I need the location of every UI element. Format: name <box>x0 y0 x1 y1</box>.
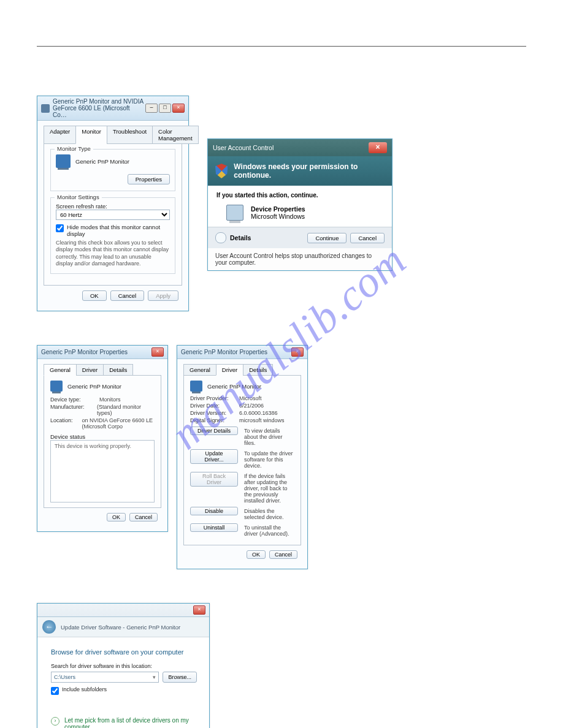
refresh-rate-select[interactable]: 60 Hertz <box>56 210 170 220</box>
title-bar[interactable]: Generic PnP Monitor and NVIDIA GeForce 6… <box>37 96 188 121</box>
manufacturer-value: (Standard monitor types) <box>97 404 155 416</box>
dialog-uac: User Account Control × Windows needs you… <box>207 138 393 271</box>
uac-title: User Account Control <box>213 144 369 151</box>
tab-adapter[interactable]: Adapter <box>44 126 76 144</box>
close-button[interactable]: × <box>151 347 164 357</box>
tab-details[interactable]: Details <box>103 364 133 376</box>
cancel-button[interactable]: Cancel <box>350 233 385 243</box>
version-key: Driver Version: <box>190 410 239 416</box>
uac-vendor: Microsoft Windows <box>251 213 305 220</box>
location-value: on NVIDIA GeForce 6600 LE (Microsoft Cor… <box>82 417 155 430</box>
continue-button[interactable]: Continue <box>307 233 347 243</box>
uac-started-text: If you started this action, continue. <box>216 192 383 199</box>
disable-desc: Disables the selected device. <box>244 507 294 520</box>
device-status-box[interactable]: This device is working properly. <box>50 440 155 502</box>
hide-modes-input[interactable] <box>56 224 64 232</box>
shield-icon <box>215 164 228 178</box>
update-driver-button[interactable]: Update Driver... <box>190 449 238 464</box>
uac-banner-text: Windows needs your permission to contion… <box>234 162 385 180</box>
date-value: 6/21/2006 <box>239 403 264 409</box>
manufacturer-key: Manufacturer: <box>50 404 97 416</box>
pick-link-text: Let me pick from a list of device driver… <box>64 717 197 728</box>
details-toggle[interactable]: Details <box>230 234 251 241</box>
tab-general[interactable]: General <box>183 364 216 376</box>
group-label-monitor-settings: Monitor Settings <box>55 194 102 200</box>
location-key: Location: <box>50 417 82 430</box>
rollback-driver-desc: If the device fails after updating the d… <box>244 472 294 504</box>
include-subfolders-input[interactable] <box>51 687 59 695</box>
rollback-driver-button[interactable]: Roll Back Driver <box>190 472 238 487</box>
ok-button[interactable]: OK <box>247 550 266 559</box>
signer-key: Digital Signer: <box>190 417 239 423</box>
arrow-right-icon: › <box>51 717 59 726</box>
device-status-label: Device status <box>50 433 155 440</box>
tab-driver[interactable]: Driver <box>76 364 104 376</box>
monitor-icon <box>56 154 71 168</box>
tab-driver[interactable]: Driver <box>216 364 243 376</box>
dialog-properties-general: Generic PnP Monitor Properties × General… <box>37 345 168 532</box>
computer-icon <box>226 205 243 221</box>
page-rule <box>37 46 526 47</box>
path-combobox[interactable]: C:\Users▾ <box>51 672 159 683</box>
version-value: 6.0.6000.16386 <box>239 410 278 416</box>
hide-modes-label: Hide modes that this monitor cannot disp… <box>67 224 170 237</box>
maximize-button[interactable]: □ <box>159 104 171 113</box>
wizard-heading: Browse for driver software on your compu… <box>51 648 197 656</box>
hide-modes-checkbox[interactable]: Hide modes that this monitor cannot disp… <box>56 224 170 237</box>
provider-value: Microsoft <box>239 395 262 401</box>
back-button[interactable]: ← <box>42 620 56 634</box>
ok-button[interactable]: OK <box>107 513 126 521</box>
update-driver-desc: To update the driver software for this d… <box>244 449 294 469</box>
close-button[interactable]: × <box>369 142 387 153</box>
tab-troubleshoot[interactable]: Troubleshoot <box>107 126 153 144</box>
uac-title-bar[interactable]: User Account Control × <box>208 139 392 156</box>
monitor-name: Generic PnP Monitor <box>67 383 121 390</box>
tab-general[interactable]: General <box>44 364 77 376</box>
cancel-button[interactable]: Cancel <box>269 550 297 559</box>
chevron-down-icon[interactable] <box>215 232 226 243</box>
device-status-text: This device is working properly. <box>55 443 131 449</box>
monitor-icon <box>190 381 202 392</box>
monitor-name: Generic PnP Monitor <box>75 158 129 165</box>
dialog-update-driver: × ← Update Driver Software - Generic PnP… <box>37 603 210 728</box>
dialog-monitor-settings: Generic PnP Monitor and NVIDIA GeForce 6… <box>37 96 189 311</box>
window-title: Generic PnP Monitor Properties <box>181 349 291 355</box>
provider-key: Driver Provider: <box>190 395 239 401</box>
search-location-label: Search for driver software in this locat… <box>51 663 197 669</box>
tab-color-management[interactable]: Color Management <box>152 126 198 144</box>
monitor-icon <box>50 381 63 392</box>
browse-button[interactable]: Browse... <box>163 672 197 683</box>
cancel-button[interactable]: Cancel <box>110 290 145 301</box>
monitor-name: Generic PnP Monitor <box>207 383 261 390</box>
group-label-monitor-type: Monitor Type <box>55 145 93 152</box>
uac-help-text: User Account Control helps stop unauthor… <box>208 248 392 270</box>
uac-banner: Windows needs your permission to contion… <box>208 156 392 186</box>
device-type-value: Monitors <box>99 396 121 403</box>
cancel-button[interactable]: Cancel <box>129 513 158 521</box>
ok-button[interactable]: OK <box>82 290 107 301</box>
tab-details[interactable]: Details <box>243 364 273 376</box>
uac-app-name: Device Properties <box>251 205 305 213</box>
minimize-button[interactable]: – <box>145 104 158 113</box>
uninstall-button[interactable]: Uninstall <box>190 523 238 532</box>
pick-from-list-link[interactable]: › Let me pick from a list of device driv… <box>51 717 197 728</box>
close-button[interactable]: × <box>193 605 205 615</box>
window-icon <box>41 104 50 113</box>
window-controls: – □ × <box>145 104 185 113</box>
disable-button[interactable]: Disable <box>190 507 238 515</box>
uninstall-desc: To uninstall the driver (Advanced). <box>244 523 294 537</box>
apply-button[interactable]: Apply <box>148 290 178 301</box>
driver-details-desc: To view details about the driver files. <box>244 427 294 446</box>
driver-details-button[interactable]: Driver Details <box>190 427 238 435</box>
properties-button[interactable]: Properties <box>128 174 170 184</box>
close-button[interactable]: × <box>172 104 185 113</box>
include-subfolders-checkbox[interactable]: Include subfolders <box>51 686 197 695</box>
tabs: Adapter Monitor Troubleshoot Color Manag… <box>44 126 182 144</box>
tab-monitor[interactable]: Monitor <box>75 126 107 144</box>
breadcrumb: Update Driver Software - Generic PnP Mon… <box>61 624 180 631</box>
include-subfolders-label: Include subfolders <box>62 686 107 692</box>
dialog-properties-driver: Generic PnP Monitor Properties × General… <box>177 345 308 569</box>
date-key: Driver Date: <box>190 403 239 409</box>
close-button[interactable]: × <box>291 347 304 357</box>
window-title: Generic PnP Monitor Properties <box>41 349 151 355</box>
